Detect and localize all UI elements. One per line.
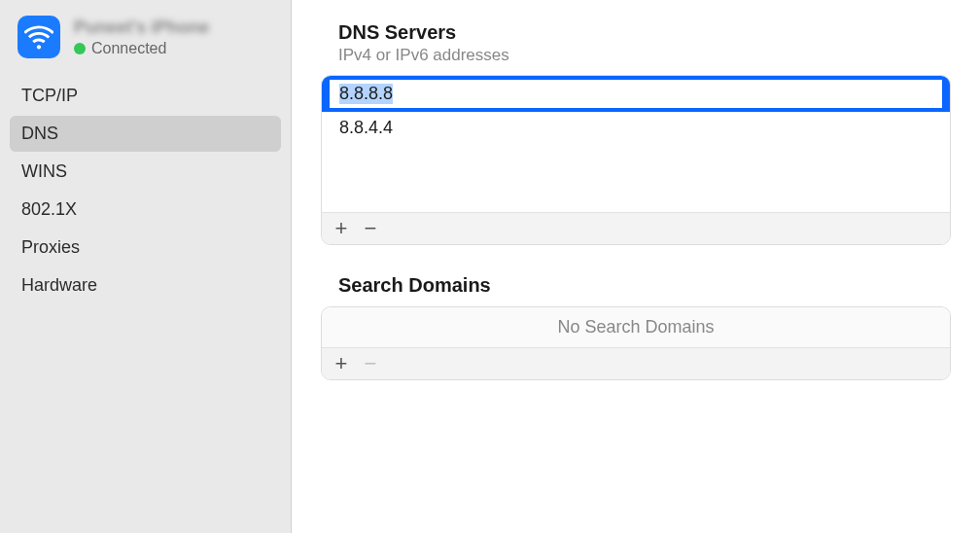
add-dns-button[interactable]: + <box>328 215 355 242</box>
sidebar-item-tcpip[interactable]: TCP/IP <box>10 78 281 114</box>
sidebar: Puneet's iPhone Connected TCP/IP DNS WIN… <box>0 0 292 533</box>
dns-servers-list: 8.8.4.4 + − <box>321 75 951 245</box>
remove-search-domain-button: − <box>357 350 384 377</box>
connection-name: Puneet's iPhone <box>74 18 209 38</box>
add-search-domain-button[interactable]: + <box>328 350 355 377</box>
dns-server-input[interactable] <box>330 80 942 108</box>
dns-server-row[interactable]: 8.8.4.4 <box>322 112 950 144</box>
dns-servers-body[interactable]: 8.8.4.4 <box>322 76 950 212</box>
sidebar-item-label: Hardware <box>21 275 97 295</box>
network-settings-window: Puneet's iPhone Connected TCP/IP DNS WIN… <box>0 0 980 533</box>
search-domains-footer: + − <box>322 347 950 379</box>
connection-status: Connected <box>91 40 166 57</box>
sidebar-item-hardware[interactable]: Hardware <box>10 267 281 303</box>
dns-servers-subtitle: IPv4 or IPv6 addresses <box>321 46 951 65</box>
connection-status-row: Connected <box>74 40 209 57</box>
sidebar-item-label: Proxies <box>21 237 80 257</box>
status-dot-icon <box>74 43 86 54</box>
sidebar-item-label: WINS <box>21 161 67 181</box>
search-domains-list: No Search Domains + − <box>321 306 951 380</box>
search-domains-title: Search Domains <box>321 274 951 297</box>
dns-servers-title: DNS Servers <box>321 21 951 44</box>
dns-server-value: 8.8.4.4 <box>339 118 393 137</box>
sidebar-item-8021x[interactable]: 802.1X <box>10 192 281 228</box>
sidebar-item-label: DNS <box>21 124 58 143</box>
connection-text: Puneet's iPhone Connected <box>74 18 209 57</box>
sidebar-nav: TCP/IP DNS WINS 802.1X Proxies Hardware <box>0 72 291 311</box>
wifi-icon <box>18 16 60 58</box>
sidebar-item-wins[interactable]: WINS <box>10 154 281 190</box>
main-panel: DNS Servers IPv4 or IPv6 addresses 8.8.4… <box>292 0 980 533</box>
connection-header: Puneet's iPhone Connected <box>0 12 291 72</box>
search-domains-empty[interactable]: No Search Domains <box>322 307 950 347</box>
search-domains-empty-text: No Search Domains <box>557 317 714 338</box>
dns-servers-footer: + − <box>322 212 950 244</box>
dns-server-row[interactable] <box>322 76 950 112</box>
sidebar-item-label: 802.1X <box>21 199 77 219</box>
sidebar-item-label: TCP/IP <box>21 86 78 105</box>
sidebar-item-proxies[interactable]: Proxies <box>10 230 281 266</box>
remove-dns-button[interactable]: − <box>357 215 384 242</box>
sidebar-item-dns[interactable]: DNS <box>10 116 281 152</box>
wifi-glyph <box>24 22 53 52</box>
